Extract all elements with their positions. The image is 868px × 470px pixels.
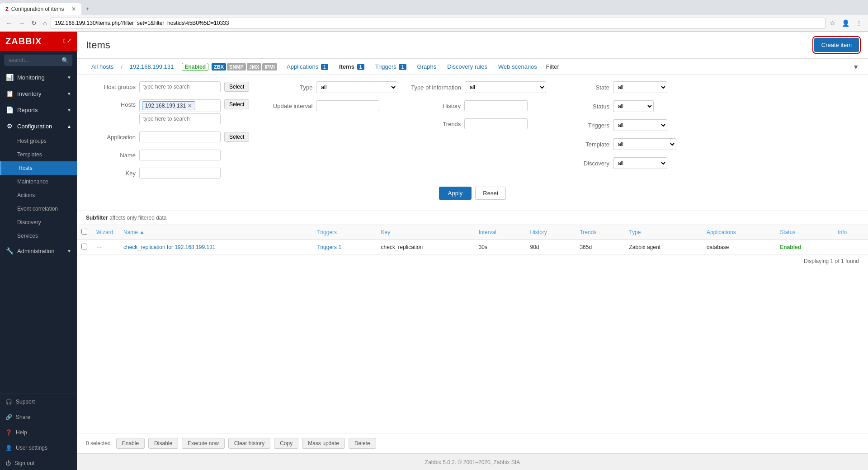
sidebar-item-event-correlation[interactable]: Event correlation — [0, 202, 77, 216]
tab-title: Configuration of items — [11, 6, 64, 12]
menu-button[interactable]: ⋮ — [854, 19, 864, 28]
template-select[interactable]: all — [613, 138, 676, 150]
triggers-link[interactable]: Triggers 1 — [317, 244, 342, 250]
host-tag-remove-button[interactable]: ✕ — [188, 103, 192, 109]
reload-button[interactable]: ↻ — [29, 19, 39, 28]
name-label: Name — [86, 152, 136, 159]
sidebar-item-configuration[interactable]: ⚙ Configuration ▲ — [0, 118, 77, 134]
row-name: check_replication for 192.168.199.131 — [119, 240, 313, 255]
application-select-button[interactable]: Select — [224, 132, 249, 142]
applications-header[interactable]: Applications — [702, 225, 775, 240]
sidebar-item-monitoring[interactable]: 📊 Monitoring ▼ — [0, 69, 77, 85]
trends-header[interactable]: Trends — [575, 225, 624, 240]
row-wizard: ··· — [92, 240, 119, 255]
sidebar-item-host-groups[interactable]: Host groups — [0, 134, 77, 148]
host-groups-input[interactable] — [139, 81, 221, 92]
state-label: State — [560, 84, 609, 91]
sidebar-item-maintenance[interactable]: Maintenance — [0, 175, 77, 188]
wizard-dots-icon[interactable]: ··· — [96, 244, 102, 251]
administration-chevron: ▼ — [67, 249, 71, 254]
sidebar-item-templates[interactable]: Templates — [0, 148, 77, 161]
sidebar-item-user-settings[interactable]: 👤 User settings — [0, 440, 77, 456]
key-header[interactable]: Key — [377, 225, 474, 240]
expand-icon[interactable]: ⤢ — [67, 38, 71, 45]
home-button[interactable]: ⌂ — [41, 19, 49, 28]
sidebar-item-help[interactable]: ❓ Help — [0, 425, 77, 440]
host-groups-select-button[interactable]: Select — [224, 82, 249, 92]
sidebar-item-inventory[interactable]: 📋 Inventory ▼ — [0, 85, 77, 102]
new-tab-button[interactable]: + — [81, 3, 94, 15]
protocol-ipmi: IPMI — [262, 63, 277, 70]
history-header[interactable]: History — [525, 225, 575, 240]
collapse-icon[interactable]: 《 — [60, 38, 65, 45]
discovery-select[interactable]: all — [613, 157, 667, 169]
select-all-checkbox[interactable] — [81, 229, 87, 235]
trends-input[interactable] — [464, 118, 528, 129]
share-icon: 🔗 — [5, 414, 12, 420]
sidebar-item-hosts[interactable]: Hosts — [0, 161, 77, 175]
key-input[interactable] — [139, 168, 221, 179]
info-header: Info — [833, 225, 868, 240]
execute-now-button[interactable]: Execute now — [182, 438, 225, 449]
copy-button[interactable]: Copy — [274, 438, 298, 449]
delete-button[interactable]: Delete — [349, 438, 376, 449]
tab-discovery-rules[interactable]: Discovery rules — [442, 59, 493, 75]
status-header[interactable]: Status — [775, 225, 833, 240]
sidebar-item-discovery[interactable]: Discovery — [0, 216, 77, 229]
back-button[interactable]: ← — [4, 19, 14, 28]
filter-text-label: Filter — [546, 63, 559, 70]
update-interval-input[interactable] — [316, 100, 379, 111]
sidebar-item-share[interactable]: 🔗 Share — [0, 409, 77, 425]
sidebar-item-actions[interactable]: Actions — [0, 188, 77, 202]
hosts-select-button[interactable]: Select — [224, 99, 249, 109]
sign-out-label: Sign out — [14, 460, 34, 466]
mass-update-button[interactable]: Mass update — [302, 438, 345, 449]
apply-button[interactable]: Apply — [439, 187, 472, 200]
type-select[interactable]: all Zabbix agent SNMP — [316, 81, 397, 93]
reset-button[interactable]: Reset — [475, 187, 506, 200]
sidebar-item-administration[interactable]: 🔧 Administration ▼ — [0, 243, 77, 259]
display-info: Displaying 1 of 1 found — [77, 255, 868, 267]
tab-all-hosts[interactable]: All hosts — [86, 59, 119, 75]
hosts-search-input[interactable] — [139, 113, 221, 124]
sidebar-item-reports[interactable]: 📄 Reports ▼ — [0, 102, 77, 118]
status-select[interactable]: all Enabled Disabled — [613, 100, 654, 112]
name-header[interactable]: Name ▲ — [119, 225, 313, 240]
application-input[interactable] — [139, 132, 221, 142]
account-button[interactable]: 👤 — [840, 19, 852, 28]
tab-triggers[interactable]: Triggers 1 — [370, 59, 412, 75]
items-table: Wizard Name ▲ Triggers Key Interval Hist… — [77, 225, 868, 255]
row-checkbox[interactable] — [81, 244, 87, 249]
browser-tab[interactable]: Z Configuration of items ✕ — [0, 3, 81, 15]
tab-web-scenarios[interactable]: Web scenarios — [493, 59, 542, 75]
forward-button[interactable]: → — [16, 19, 27, 28]
enable-button[interactable]: Enable — [116, 438, 145, 449]
item-name-link[interactable]: check_replication for 192.168.199.131 — [123, 244, 215, 250]
name-input[interactable] — [139, 150, 221, 160]
tab-host-ip[interactable]: 192.168.199.131 — [124, 59, 179, 75]
type-header[interactable]: Type — [625, 225, 702, 240]
triggers-select[interactable]: all — [613, 119, 667, 131]
address-bar[interactable] — [51, 18, 826, 28]
breadcrumb-sep: / — [119, 63, 124, 70]
tab-items[interactable]: Items 1 — [334, 59, 370, 75]
clear-history-button[interactable]: Clear history — [228, 438, 270, 449]
bookmark-button[interactable]: ☆ — [827, 19, 838, 28]
sidebar-item-support[interactable]: 🎧 Support — [0, 394, 77, 409]
tab-graphs[interactable]: Graphs — [412, 59, 442, 75]
sidebar-item-sign-out[interactable]: ⏻ Sign out — [0, 456, 77, 470]
state-select[interactable]: all — [613, 81, 667, 93]
history-input[interactable] — [464, 100, 528, 111]
host-groups-label: Host groups — [86, 84, 136, 90]
triggers-header[interactable]: Triggers — [313, 225, 377, 240]
disable-button[interactable]: Disable — [148, 438, 178, 449]
create-item-button[interactable]: Create item — [814, 38, 859, 52]
tab-applications[interactable]: Applications 1 — [281, 59, 334, 75]
type-of-info-select[interactable]: all — [465, 81, 546, 93]
main-header: Items Create item — [77, 32, 868, 59]
sidebar-item-services[interactable]: Services — [0, 229, 77, 243]
help-icon: ❓ — [5, 429, 12, 436]
filter-icon[interactable]: ▼ — [853, 63, 859, 70]
tab-close-icon[interactable]: ✕ — [71, 6, 76, 12]
interval-header[interactable]: Interval — [474, 225, 526, 240]
